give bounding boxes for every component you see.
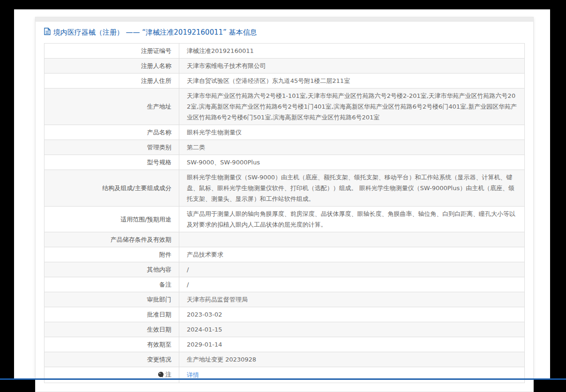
table-row: 批准日期 2023-03-02 <box>44 307 525 322</box>
row-label-text: 注册人住所 <box>141 77 171 84</box>
row-label: 批准日期 <box>44 307 179 322</box>
row-label-text: 备注 <box>159 281 171 288</box>
row-value: 天津市药品监督管理局 <box>179 292 525 307</box>
row-label: 审批部门 <box>44 292 179 307</box>
table-row: 结构及组成/主要组成成分 眼科光学生物测量仪（SW-9000）由主机（底座、额托… <box>44 170 525 207</box>
row-value: 2024-01-15 <box>179 322 525 337</box>
row-label-text: 产品名称 <box>147 129 171 136</box>
table-row: 注册证编号 津械注准20192160011 <box>44 44 525 59</box>
row-label: 注册人住所 <box>44 74 179 89</box>
registration-info-card: 境内医疗器械（注册） —— “津械注准20192160011” 基本信息 注册证… <box>35 17 534 392</box>
row-value: 详情 <box>179 367 525 383</box>
table-row: 生产地址 天津市华苑产业区竹苑路六号2号楼1-101室,天津市华苑产业区竹苑路六… <box>44 89 525 125</box>
row-label-text: 产品储存条件及有效期 <box>110 236 171 243</box>
row-label: 结构及组成/主要组成成分 <box>44 170 179 207</box>
row-value: 天津市华苑产业区竹苑路六号2号楼1-101室,天津市华苑产业区竹苑路六号2号楼2… <box>179 89 525 125</box>
table-row: 审批部门 天津市药品监督管理局 <box>44 292 525 307</box>
row-label-text: 生效日期 <box>147 326 171 333</box>
row-label-text: 审批部门 <box>147 296 171 303</box>
row-label-text: 变更情况 <box>147 356 171 363</box>
page-title-bar: 境内医疗器械（注册） —— “津械注准20192160011” 基本信息 <box>36 22 533 43</box>
row-label: 附件 <box>44 247 179 262</box>
row-label: 生效日期 <box>44 322 179 337</box>
row-label: 型号规格 <box>44 155 179 170</box>
row-label-text: 结构及组成/主要组成成分 <box>103 185 171 192</box>
table-row: 有效期至 2029-01-14 <box>44 337 525 352</box>
row-label-text: 注 <box>165 371 171 378</box>
row-label: 生产地址 <box>44 89 179 125</box>
row-label-text: 适用范围/预期用途 <box>121 216 171 223</box>
footer-divider-line <box>0 378 566 380</box>
row-value: / <box>179 262 525 277</box>
row-label: 变更情况 <box>44 352 179 367</box>
row-label-text: 型号规格 <box>147 159 171 166</box>
row-label: 其他内容 <box>44 262 179 277</box>
registration-info-table: 注册证编号 津械注准20192160011 注册人名称 天津市索维电子技术有限公… <box>44 43 525 383</box>
row-value <box>179 232 525 247</box>
detail-link[interactable]: 详情 <box>187 371 199 378</box>
row-label-text: 其他内容 <box>147 266 171 273</box>
row-label: 管理类别 <box>44 140 179 155</box>
row-label: 适用范围/预期用途 <box>44 207 179 232</box>
row-value: 眼科光学生物测量仪（SW-9000）由主机（底座、额托支架、颌托支架、移动平台）… <box>179 170 525 207</box>
row-value: 津械注准20192160011 <box>179 44 525 59</box>
row-value: 天津市索维电子技术有限公司 <box>179 59 525 74</box>
table-row: 附件 产品技术要求 <box>44 247 525 262</box>
row-label-text: 注册人名称 <box>141 62 171 69</box>
row-value: / <box>179 277 525 292</box>
row-label: 注册人名称 <box>44 59 179 74</box>
table-row: 管理类别 第二类 <box>44 140 525 155</box>
row-label: 产品名称 <box>44 125 179 140</box>
row-value: 天津自贸试验区（空港经济区）东九道45号附1楼二层211室 <box>179 74 525 89</box>
row-label-text: 生产地址 <box>147 103 171 110</box>
table-row: 型号规格 SW-9000、SW-9000Plus <box>44 155 525 170</box>
table-row: 产品储存条件及有效期 <box>44 232 525 247</box>
page-background: 境内医疗器械（注册） —— “津械注准20192160011” 基本信息 注册证… <box>14 9 550 378</box>
row-value: 第二类 <box>179 140 525 155</box>
row-label-text: 附件 <box>159 251 171 258</box>
row-value: SW-9000、SW-9000Plus <box>179 155 525 170</box>
row-label: 备注 <box>44 277 179 292</box>
row-label-text: 管理类别 <box>147 144 171 151</box>
table-row: 注 详情 <box>44 367 525 383</box>
table-row: 注册人住所 天津自贸试验区（空港经济区）东九道45号附1楼二层211室 <box>44 74 525 89</box>
row-value: 该产品用于测量人眼的轴向角膜厚度、前房深度、晶状体厚度、眼轴长度、角膜曲率、轴位… <box>179 207 525 232</box>
row-value: 眼科光学生物测量仪 <box>179 125 525 140</box>
row-label: 注册证编号 <box>44 44 179 59</box>
row-label: 产品储存条件及有效期 <box>44 232 179 247</box>
document-icon <box>44 28 51 37</box>
table-row: 其他内容 / <box>44 262 525 277</box>
table-row: 适用范围/预期用途 该产品用于测量人眼的轴向角膜厚度、前房深度、晶状体厚度、眼轴… <box>44 207 525 232</box>
row-value: 生产地址变更 20230928 <box>179 352 525 367</box>
card-top-strip <box>36 17 533 22</box>
row-label: 有效期至 <box>44 337 179 352</box>
row-value: 2023-03-02 <box>179 307 525 322</box>
row-value: 产品技术要求 <box>179 247 525 262</box>
row-value: 2029-01-14 <box>179 337 525 352</box>
row-label-text: 批准日期 <box>147 311 171 318</box>
table-row: 注册人名称 天津市索维电子技术有限公司 <box>44 59 525 74</box>
row-label-text: 有效期至 <box>147 341 171 348</box>
table-row: 备注 / <box>44 277 525 292</box>
table-row: 产品名称 眼科光学生物测量仪 <box>44 125 525 140</box>
row-label: 注 <box>44 367 179 383</box>
page-title: 境内医疗器械（注册） —— “津械注准20192160011” 基本信息 <box>53 28 257 37</box>
row-label-text: 注册证编号 <box>141 47 171 54</box>
table-row: 变更情况 生产地址变更 20230928 <box>44 352 525 367</box>
table-row: 生效日期 2024-01-15 <box>44 322 525 337</box>
